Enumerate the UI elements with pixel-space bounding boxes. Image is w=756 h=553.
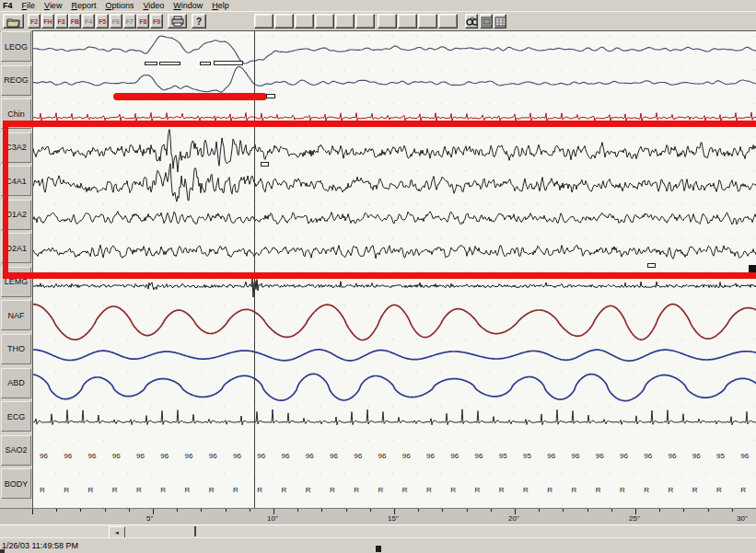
channel-label-naf[interactable]: NAF <box>1 300 31 330</box>
toolbar-button-f7[interactable]: F7 <box>123 14 136 29</box>
channel-label-tho[interactable]: THO <box>1 334 31 364</box>
sao2-value: 96 <box>378 452 387 460</box>
sao2-value: 96 <box>572 452 580 460</box>
channel-label-leog[interactable]: LEOG <box>1 31 31 62</box>
trace-c3a2 <box>33 130 756 172</box>
axis-tick <box>80 509 81 512</box>
toolbar-blank-button[interactable] <box>438 14 458 29</box>
sao2-value: 95 <box>523 452 531 460</box>
toolbar-blank-button[interactable] <box>378 14 397 29</box>
toolbar-blank-button[interactable] <box>254 14 273 29</box>
sao2-value: 96 <box>620 452 628 460</box>
print-button[interactable] <box>168 14 187 29</box>
axis-label: 10" <box>267 514 278 523</box>
sao2-value: 96 <box>40 452 48 460</box>
trace-chin <box>33 112 756 122</box>
grid-button[interactable] <box>494 14 506 29</box>
menu-item-options[interactable]: Options <box>100 1 138 10</box>
channel-label-ecg[interactable]: ECG <box>1 401 31 432</box>
menu-item-view[interactable]: View <box>40 1 66 10</box>
sao2-value: 96 <box>669 452 677 460</box>
toolbar-button-f2[interactable]: F2 <box>28 14 41 29</box>
time-axis: 5"10"15"20"25"30" <box>0 508 756 525</box>
body-value: R <box>426 486 432 494</box>
toolbar-button-f8[interactable]: F8 <box>136 14 149 29</box>
axis-label: 25" <box>629 514 640 523</box>
sao2-value: 96 <box>257 452 265 460</box>
trace-naf <box>33 305 756 340</box>
body-value: R <box>596 486 601 494</box>
body-value: R <box>330 486 335 494</box>
toolbar-button-f6[interactable]: F6 <box>110 14 122 29</box>
status-marker <box>376 546 381 552</box>
trace-lemg <box>33 279 756 297</box>
trace-c4a1 <box>33 164 756 202</box>
sao2-value: 96 <box>740 452 749 460</box>
channel-label-o2a1[interactable]: O2A1 <box>1 233 31 263</box>
toolbar-blank-button[interactable] <box>335 14 355 29</box>
toolbar-blank-button[interactable] <box>355 14 375 29</box>
application-window: F4 FileViewReportOptionsVideoWindowHelp … <box>0 0 756 553</box>
menu-item-video[interactable]: Video <box>138 1 169 10</box>
image-button[interactable] <box>480 14 493 29</box>
sao2-value: 96 <box>282 452 290 460</box>
toolbar-button-f5[interactable]: F5 <box>96 14 109 29</box>
menu-item-help[interactable]: Help <box>207 1 234 10</box>
toolbar-button-fb[interactable]: FB <box>68 14 81 29</box>
toolbar-blank-button[interactable] <box>295 14 314 29</box>
axis-tick <box>201 509 202 512</box>
sao2-value: 95 <box>716 452 725 460</box>
axis-tick <box>129 509 130 512</box>
body-value: R <box>88 486 94 494</box>
time-cursor[interactable] <box>254 31 255 509</box>
app-title: F4 <box>0 1 17 10</box>
open-folder-icon <box>6 16 21 28</box>
toolbar-button-f3[interactable]: F3 <box>55 14 68 29</box>
channel-label-chin[interactable]: Chin <box>1 98 31 129</box>
horizontal-scrollbar[interactable]: ◄ <box>0 524 756 538</box>
toolbar-button-f4[interactable]: F4 <box>82 14 95 29</box>
toolbar-blank-button[interactable] <box>274 14 294 29</box>
axis-tick <box>587 509 588 512</box>
axis-label: 5" <box>146 514 153 523</box>
sao2-value: 96 <box>354 452 362 460</box>
fkey-label: F8 <box>139 18 146 25</box>
menu-bar: F4 FileViewReportOptionsVideoWindowHelp <box>0 0 756 11</box>
menu-item-file[interactable]: File <box>17 1 41 10</box>
toolbar-blank-button[interactable] <box>315 14 334 29</box>
channel-label-c3a2[interactable]: C3A2 <box>1 132 31 163</box>
toolbar-button-fh[interactable]: FH <box>41 14 54 29</box>
channel-label-body[interactable]: BODY <box>1 468 31 499</box>
open-file-button[interactable] <box>3 14 24 29</box>
binoculars-button[interactable] <box>465 14 478 29</box>
signal-plot-area[interactable]: 9696969696969696969696969696969696969695… <box>32 30 756 509</box>
body-value: R <box>669 486 674 494</box>
body-value: R <box>136 486 142 494</box>
axis-tick <box>467 509 468 512</box>
toolbar-blank-button[interactable] <box>418 14 437 29</box>
toolbar-button-f9[interactable]: F9 <box>150 14 163 29</box>
axis-tick <box>321 509 322 512</box>
trace-leog <box>33 36 756 63</box>
help-button[interactable]: ? <box>192 14 206 29</box>
body-value: R <box>620 486 625 494</box>
channel-label-reog[interactable]: REOG <box>1 65 31 96</box>
toolbar-blank-button[interactable] <box>398 14 417 29</box>
axis-tick <box>732 509 733 512</box>
channel-label-abd[interactable]: ABD <box>1 368 31 398</box>
body-value: R <box>499 486 505 494</box>
channel-label-c4a1[interactable]: C4A1 <box>1 166 31 196</box>
body-value: R <box>112 486 118 494</box>
channel-label-sao2[interactable]: SAO2 <box>1 435 31 466</box>
channel-label-o1a2[interactable]: O1A2 <box>1 200 31 230</box>
body-value: R <box>282 486 287 494</box>
channel-label-lemg[interactable]: LEMG <box>1 267 31 297</box>
trace-abd <box>33 374 756 400</box>
sao2-value: 96 <box>692 452 701 460</box>
fkey-label: F3 <box>58 18 65 25</box>
toolbar: F2FHF3FBF4F5F6F7F8F9? <box>0 11 756 32</box>
body-value: R <box>644 486 649 494</box>
menu-item-window[interactable]: Window <box>169 1 207 10</box>
axis-tick <box>442 509 443 512</box>
menu-item-report[interactable]: Report <box>66 1 100 10</box>
